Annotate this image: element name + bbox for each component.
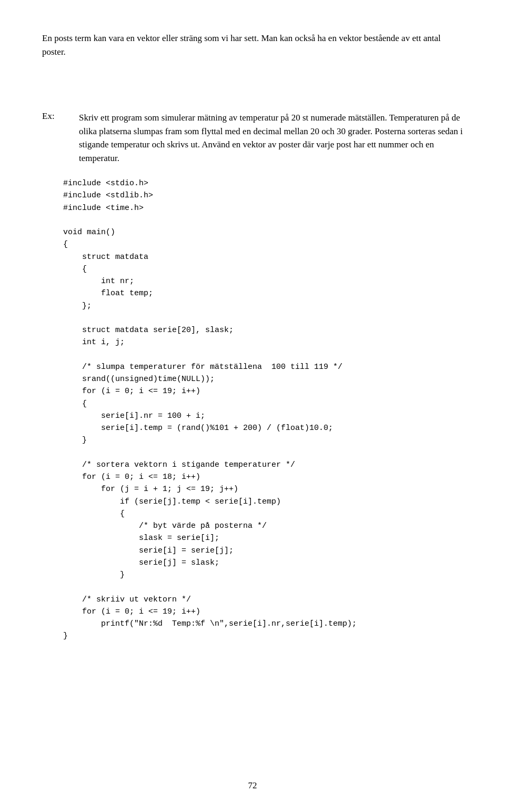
code-block: #include <stdio.h> #include <stdlib.h> #… xyxy=(63,177,463,643)
page: En posts term kan vara en vektor eller s… xyxy=(0,0,505,812)
paragraph-1: En posts term kan vara en vektor eller s… xyxy=(42,32,463,58)
example-block: Ex: Skriv ett program som simulerar mätn… xyxy=(42,111,463,165)
ex-content: Skriv ett program som simulerar mätning … xyxy=(79,111,463,165)
ex-label: Ex: xyxy=(42,111,79,165)
page-number: 72 xyxy=(248,780,257,791)
